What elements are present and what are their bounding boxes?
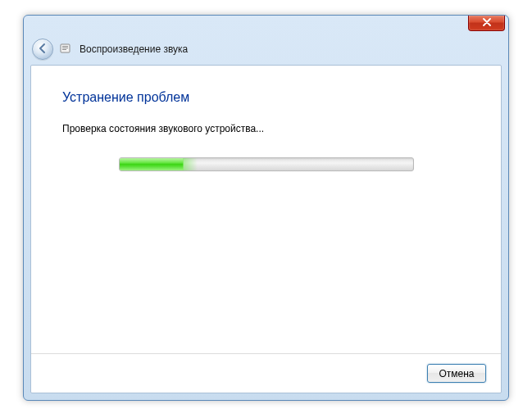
footer: Отмена xyxy=(31,353,501,393)
svg-rect-3 xyxy=(62,49,66,50)
close-button[interactable] xyxy=(468,16,505,31)
troubleshooter-window: Воспроизведение звука Устранение проблем… xyxy=(23,15,509,401)
progress-fill xyxy=(120,158,184,170)
window-title: Воспроизведение звука xyxy=(80,43,188,55)
content-inner: Устранение проблем Проверка состояния зв… xyxy=(31,66,501,393)
content-panel: Устранение проблем Проверка состояния зв… xyxy=(30,65,502,393)
back-button[interactable] xyxy=(32,39,53,60)
status-text: Проверка состояния звукового устройства.… xyxy=(62,123,470,134)
arrow-left-icon xyxy=(37,43,48,57)
titlebar xyxy=(24,16,508,40)
svg-rect-2 xyxy=(62,48,68,48)
page-heading: Устранение проблем xyxy=(62,90,470,105)
progress-bar xyxy=(119,157,414,171)
troubleshoot-icon xyxy=(60,43,73,56)
cancel-button[interactable]: Отмена xyxy=(427,364,486,383)
header-row: Воспроизведение звука xyxy=(32,40,188,58)
svg-rect-1 xyxy=(62,46,68,47)
close-icon xyxy=(482,17,492,29)
